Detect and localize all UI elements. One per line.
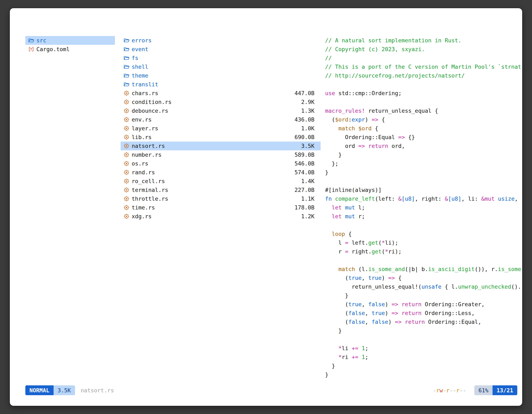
code-line: fn compare_left(left: &[u8], right: &[u8… bbox=[325, 194, 522, 203]
code-line: l = left.get(*li); bbox=[325, 238, 522, 247]
file-row[interactable]: throttle.rs1.1K bbox=[121, 194, 321, 203]
current-pane: errorseventfsshellthemetranslitchars.rs4… bbox=[121, 36, 321, 221]
file-name: layer.rs bbox=[132, 124, 158, 133]
code-line: Ordering::Equal => {} bbox=[325, 133, 522, 142]
folder-icon bbox=[124, 73, 132, 78]
folder-icon bbox=[124, 38, 132, 43]
code-line: ($ord:expr) => { bbox=[325, 115, 522, 124]
file-name: condition.rs bbox=[132, 97, 171, 106]
code-line: } bbox=[325, 370, 522, 379]
code-line: } bbox=[325, 326, 522, 335]
file-size: 178.0B bbox=[294, 203, 318, 212]
code-line: // http://sourcefrog.net/projects/natsor… bbox=[325, 71, 522, 80]
scroll-percent-chip: 61% bbox=[474, 385, 493, 395]
file-name: number.rs bbox=[132, 150, 162, 159]
code-line: // bbox=[325, 54, 522, 62]
file-name: ro_cell.rs bbox=[132, 177, 165, 185]
status-left: NORMAL 3.5K natsort.rs bbox=[25, 385, 114, 395]
file-size: 546.0B bbox=[294, 159, 318, 168]
folder-icon bbox=[124, 55, 132, 61]
mode-badge: NORMAL bbox=[25, 385, 54, 395]
code-line: } bbox=[325, 168, 522, 177]
file-name: natsort.rs bbox=[132, 142, 165, 150]
parent-dir-row[interactable]: Cargo.toml bbox=[25, 45, 115, 54]
file-size: 1.0K bbox=[301, 124, 318, 133]
file-name: shell bbox=[132, 62, 148, 71]
file-name: throttle.rs bbox=[132, 194, 168, 203]
code-line: match (l.is_some_and(|b| b.is_ascii_digi… bbox=[325, 265, 522, 273]
code-line bbox=[325, 221, 522, 230]
code-line: }; bbox=[325, 159, 522, 168]
file-row[interactable]: condition.rs2.9K bbox=[121, 97, 321, 106]
file-row[interactable]: lib.rs690.0B bbox=[121, 133, 321, 142]
file-row[interactable]: xdg.rs1.2K bbox=[121, 212, 321, 221]
folder-icon bbox=[124, 47, 132, 52]
file-row[interactable]: fs bbox=[121, 54, 321, 62]
file-row[interactable]: natsort.rs3.5K bbox=[121, 142, 321, 150]
code-line bbox=[325, 177, 522, 185]
file-size: 3.5K bbox=[301, 142, 318, 150]
file-row[interactable]: shell bbox=[121, 62, 321, 71]
code-line bbox=[325, 335, 522, 344]
file-row[interactable]: chars.rs447.0B bbox=[121, 89, 321, 97]
parent-dir-row[interactable]: src bbox=[25, 36, 115, 45]
file-row[interactable]: translit bbox=[121, 80, 321, 89]
file-row[interactable]: layer.rs1.0K bbox=[121, 124, 321, 133]
file-name: os.rs bbox=[132, 159, 148, 168]
rust-icon bbox=[124, 187, 132, 193]
rust-icon bbox=[124, 178, 132, 184]
file-size-chip: 3.5K bbox=[54, 385, 75, 395]
status-right: -rw-r--r-- 61% 13/21 bbox=[433, 385, 517, 395]
preview-pane: // A natural sort implementation in Rust… bbox=[325, 36, 522, 379]
file-row[interactable]: rand.rs574.0B bbox=[121, 168, 321, 177]
rust-icon bbox=[124, 90, 132, 96]
file-row[interactable]: debounce.rs1.3K bbox=[121, 106, 321, 115]
file-name: errors bbox=[132, 36, 152, 45]
rust-icon bbox=[124, 125, 132, 131]
file-name: theme bbox=[132, 71, 148, 80]
code-line: match $ord { bbox=[325, 124, 522, 133]
rust-icon bbox=[124, 170, 132, 175]
file-row[interactable]: number.rs589.0B bbox=[121, 150, 321, 159]
file-size: 589.0B bbox=[294, 150, 318, 159]
file-name: xdg.rs bbox=[132, 212, 152, 221]
file-row[interactable]: theme bbox=[121, 71, 321, 80]
file-name: translit bbox=[132, 80, 158, 89]
file-row[interactable]: os.rs546.0B bbox=[121, 159, 321, 168]
code-line: macro_rules! return_unless_equal { bbox=[325, 106, 522, 115]
folder-icon bbox=[124, 82, 132, 87]
file-size: 690.0B bbox=[294, 133, 318, 142]
code-line: (false, false) => return Ordering::Equal… bbox=[325, 318, 522, 326]
code-line: ord => return ord, bbox=[325, 142, 522, 150]
code-line: (false, true) => return Ordering::Less, bbox=[325, 309, 522, 318]
file-row[interactable]: ro_cell.rs1.4K bbox=[121, 177, 321, 185]
file-row[interactable]: event bbox=[121, 45, 321, 54]
file-name: terminal.rs bbox=[132, 185, 168, 194]
folder-icon bbox=[124, 64, 132, 69]
file-row[interactable]: env.rs436.0B bbox=[121, 115, 321, 124]
code-line: // This is a port of the C version of Ma… bbox=[325, 62, 522, 71]
code-line: // A natural sort implementation in Rust… bbox=[325, 36, 522, 45]
rust-icon bbox=[124, 108, 132, 114]
code-line: (true, true) => { bbox=[325, 273, 522, 282]
file-name: lib.rs bbox=[132, 133, 152, 142]
file-size: 574.0B bbox=[294, 168, 318, 177]
file-name: debounce.rs bbox=[132, 106, 168, 115]
file-size: 436.0B bbox=[294, 115, 318, 124]
file-name: src bbox=[36, 36, 47, 45]
code-line: use std::cmp::Ordering; bbox=[325, 89, 522, 97]
file-size: 447.0B bbox=[294, 89, 318, 97]
code-line bbox=[325, 80, 522, 89]
file-row[interactable]: time.rs178.0B bbox=[121, 203, 321, 212]
code-line bbox=[325, 97, 522, 106]
code-line bbox=[325, 256, 522, 265]
cursor-position-badge: 13/21 bbox=[493, 385, 517, 395]
code-line: (true, false) => return Ordering::Greate… bbox=[325, 300, 522, 309]
file-name: Cargo.toml bbox=[36, 45, 70, 54]
code-line: } bbox=[325, 150, 522, 159]
file-row[interactable]: terminal.rs227.0B bbox=[121, 185, 321, 194]
file-name: fs bbox=[132, 54, 138, 62]
code-line: return_unless_equal!(unsafe { l.unwrap_u… bbox=[325, 282, 522, 291]
file-row[interactable]: errors bbox=[121, 36, 321, 45]
file-name: time.rs bbox=[132, 203, 155, 212]
